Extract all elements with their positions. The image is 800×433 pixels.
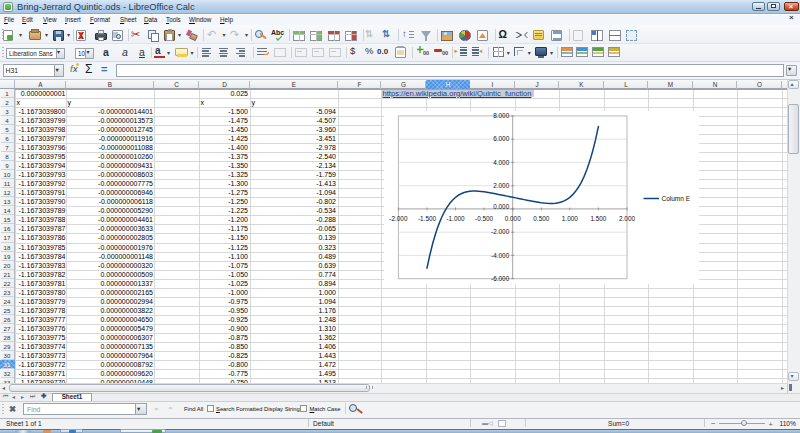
svg-text:6.000: 6.000 — [493, 135, 509, 142]
svg-text:-1.000: -1.000 — [446, 215, 465, 222]
svg-text:1.500: 1.500 — [590, 215, 606, 222]
svg-text:-1.500: -1.500 — [418, 215, 437, 222]
svg-text:-2.000: -2.000 — [491, 228, 510, 235]
svg-text:0.000: 0.000 — [505, 215, 521, 222]
svg-text:-6.000: -6.000 — [491, 275, 510, 282]
svg-text:8.000: 8.000 — [493, 112, 509, 119]
svg-text:Column E: Column E — [662, 195, 691, 202]
svg-text:0.000: 0.000 — [493, 203, 509, 210]
svg-text:0.500: 0.500 — [533, 215, 549, 222]
svg-text:-0.500: -0.500 — [475, 215, 494, 222]
svg-text:-4.000: -4.000 — [491, 252, 510, 259]
svg-text:4.000: 4.000 — [493, 159, 509, 166]
svg-text:-2.000: -2.000 — [389, 215, 408, 222]
svg-text:1.000: 1.000 — [562, 215, 578, 222]
svg-text:2.000: 2.000 — [619, 215, 635, 222]
svg-text:2.000: 2.000 — [493, 182, 509, 189]
